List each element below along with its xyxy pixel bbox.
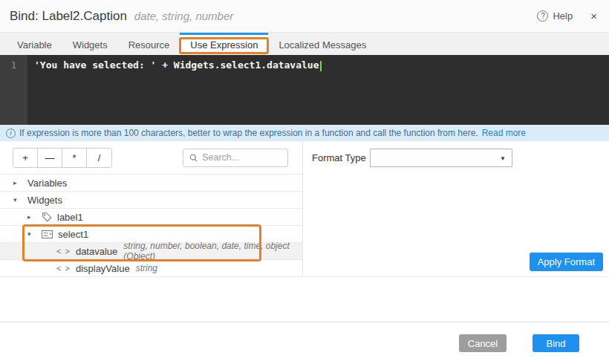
search-input[interactable]	[202, 152, 281, 163]
format-panel: Format Type ▼ Apply Format	[303, 141, 609, 276]
expression-text: 'You have selected: ' + Widgets.select1.…	[34, 59, 319, 71]
help-label: Help	[553, 10, 573, 22]
apply-format-row: Apply Format	[303, 253, 609, 276]
format-type-label: Format Type	[312, 152, 370, 163]
tab-localized-messages[interactable]: Localized Messages	[268, 33, 377, 55]
text-cursor	[320, 61, 322, 71]
format-type-row: Format Type ▼	[303, 141, 609, 167]
divide-operator-button[interactable]: /	[87, 149, 111, 167]
info-banner: i If expression is more than 100 charact…	[0, 125, 609, 141]
bind-button[interactable]: Bind	[533, 334, 579, 352]
tree-item-label: displayValue	[76, 263, 130, 274]
tree-toolbar: + — * /	[0, 141, 302, 174]
tab-resource[interactable]: Resource	[118, 33, 180, 55]
code-brackets-icon: < >	[56, 247, 71, 256]
tree-item-datavalue[interactable]: < > datavalue string, number, boolean, d…	[0, 243, 302, 260]
expression-editor[interactable]: 1 'You have selected: ' + Widgets.select…	[0, 55, 609, 125]
tree-item-label: datavalue	[76, 246, 117, 257]
binding-tree: ▸ Variables ▾ Widgets ▸ label1	[0, 174, 302, 277]
info-icon: i	[6, 129, 16, 138]
multiply-operator-button[interactable]: *	[62, 149, 87, 167]
info-message: If expression is more than 100 character…	[19, 128, 478, 138]
expression-tree-panel: + — * / ▸ Variables	[0, 141, 303, 276]
cancel-button[interactable]: Cancel	[459, 334, 507, 352]
help-icon: ?	[537, 10, 548, 22]
footer-buttons: Cancel Bind	[459, 334, 579, 352]
tab-bar: Variable Widgets Resource Use Expression…	[0, 33, 609, 55]
code-line[interactable]: 'You have selected: ' + Widgets.select1.…	[27, 55, 322, 125]
caret-down-icon[interactable]: ▾	[13, 196, 22, 204]
caret-right-icon[interactable]: ▸	[27, 213, 36, 221]
apply-format-button[interactable]: Apply Format	[530, 253, 603, 271]
tree-item-label: label1	[57, 212, 83, 223]
operator-button-group: + — * /	[13, 148, 112, 168]
read-more-link[interactable]: Read more	[482, 128, 526, 138]
tree-item-label1[interactable]: ▸ label1	[0, 209, 302, 226]
dialog-footer: Cancel Bind	[0, 277, 609, 364]
footer-divider	[0, 322, 609, 322]
help-button[interactable]: ? Help	[537, 10, 573, 22]
chevron-down-icon: ▼	[500, 155, 506, 162]
format-type-select[interactable]: ▼	[370, 149, 512, 167]
caret-down-icon[interactable]: ▾	[27, 230, 36, 238]
close-icon[interactable]: ×	[590, 10, 597, 22]
tree-item-variables[interactable]: ▸ Variables	[0, 175, 302, 192]
tree-item-label: select1	[58, 229, 88, 240]
caret-right-icon[interactable]: ▸	[13, 179, 22, 186]
code-brackets-icon: < >	[56, 264, 71, 273]
search-input-wrapper	[183, 149, 288, 167]
tree-item-type: string, number, boolean, date, time, obj…	[123, 241, 302, 261]
minus-operator-button[interactable]: —	[38, 149, 62, 167]
search-icon	[189, 153, 198, 163]
page-title: Bind: Label2.Caption	[10, 9, 127, 24]
bind-dialog: Bind: Label2.Caption date, string, numbe…	[0, 0, 609, 364]
type-hint: date, string, number	[134, 10, 233, 22]
tree-item-label: Variables	[27, 178, 67, 189]
tab-variable[interactable]: Variable	[7, 33, 62, 55]
plus-operator-button[interactable]: +	[13, 149, 38, 167]
tree-item-type: string	[136, 263, 157, 273]
tab-widgets[interactable]: Widgets	[62, 33, 118, 55]
tab-use-expression[interactable]: Use Expression	[180, 33, 268, 55]
workspace: + — * / ▸ Variables	[0, 141, 609, 277]
tree-item-widgets[interactable]: ▾ Widgets	[0, 192, 302, 209]
line-number-gutter: 1	[0, 55, 27, 125]
tag-icon	[42, 212, 52, 222]
tree-item-label: Widgets	[27, 195, 62, 206]
select-widget-icon	[42, 230, 53, 238]
dialog-header: Bind: Label2.Caption date, string, numbe…	[0, 0, 609, 33]
line-number: 1	[11, 59, 17, 71]
tree-item-displayvalue[interactable]: < > displayValue string	[0, 260, 302, 277]
